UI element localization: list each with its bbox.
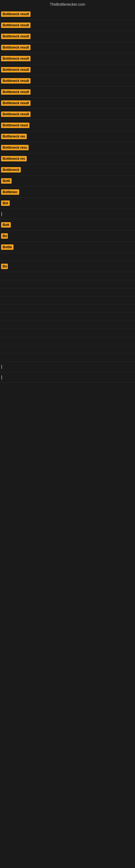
bottleneck-badge: Bottleneck result	[1, 112, 31, 117]
bottleneck-badge: Bot	[1, 200, 10, 206]
bottleneck-badge: Bott	[1, 222, 11, 227]
result-row	[0, 288, 135, 297]
result-row	[0, 353, 135, 362]
result-row: Bottleneck resu	[0, 142, 135, 153]
bottleneck-badge: Bottleneck result	[1, 56, 31, 61]
result-row: Bottleneck result	[0, 9, 135, 20]
result-row: Bo	[0, 230, 135, 242]
site-title-text: TheBottlenecker.com	[50, 2, 85, 6]
result-row: Bottleneck result	[0, 87, 135, 98]
bottleneck-badge: Bottleneck result	[1, 23, 31, 28]
bottleneck-badge: Bottleneck res	[1, 134, 27, 139]
bottleneck-badge: Bottleneck res	[1, 156, 27, 161]
bottleneck-badge: Bottleneck result	[1, 89, 31, 95]
result-row: |	[0, 209, 135, 219]
divider-line: |	[1, 375, 2, 380]
bottleneck-badge: Bottleneck resul	[1, 123, 30, 128]
bottleneck-badge: Bottle	[1, 244, 13, 250]
result-row: Bott	[0, 219, 135, 230]
bottleneck-badge: Bottleneck result	[1, 67, 31, 72]
bottleneck-badge: Bottleneck resu	[1, 145, 29, 150]
result-row: Bottleneck result	[0, 20, 135, 31]
result-row	[0, 272, 135, 280]
result-row	[0, 305, 135, 313]
result-row	[0, 253, 135, 261]
result-row: Bottleneck result	[0, 75, 135, 87]
result-row: Bottleneck result	[0, 53, 135, 64]
result-row	[0, 321, 135, 329]
result-row: Bottleneck res	[0, 131, 135, 142]
result-row: Bottleneck	[0, 164, 135, 176]
divider-line: |	[1, 364, 2, 369]
result-row: Bottlenec	[0, 187, 135, 198]
bottleneck-badge: Bottleneck result	[1, 45, 31, 50]
result-row: |	[0, 372, 135, 383]
result-row: Bottleneck result	[0, 64, 135, 75]
divider-line: |	[1, 212, 2, 216]
result-row	[0, 337, 135, 345]
bottleneck-badge: Bottleneck result	[1, 100, 31, 106]
result-row: Bottleneck res	[0, 153, 135, 164]
result-row: Bottleneck result	[0, 98, 135, 109]
bottleneck-badge: Bottlenec	[1, 189, 19, 195]
bottleneck-badge: Bottl	[1, 178, 12, 184]
result-row: Bottleneck resul	[0, 120, 135, 131]
result-row	[0, 345, 135, 353]
result-row	[0, 297, 135, 305]
bottleneck-badge: Bo	[1, 264, 8, 269]
result-row: Bottl	[0, 176, 135, 187]
result-row: Bottleneck result	[0, 42, 135, 53]
result-row: Bottleneck result	[0, 109, 135, 120]
bottleneck-badge: Bottleneck	[1, 167, 21, 173]
result-row: Bottleneck result	[0, 31, 135, 42]
result-row: |	[0, 362, 135, 372]
result-row	[0, 329, 135, 337]
bottleneck-badge: Bottleneck result	[1, 11, 31, 17]
result-row: Bot	[0, 198, 135, 209]
site-title: TheBottlenecker.com	[0, 0, 135, 9]
bottleneck-badge: Bottleneck result	[1, 34, 31, 39]
result-row: Bo	[0, 261, 135, 272]
result-row	[0, 313, 135, 321]
result-row	[0, 280, 135, 288]
bottleneck-badge: Bo	[1, 233, 8, 239]
bottleneck-badge: Bottleneck result	[1, 78, 31, 84]
result-row: Bottle	[0, 242, 135, 253]
